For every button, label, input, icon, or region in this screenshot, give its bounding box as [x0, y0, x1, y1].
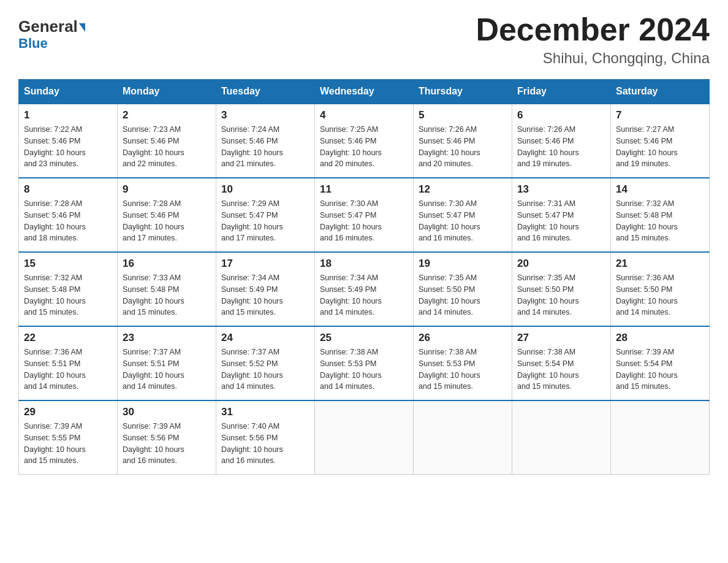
day-number: 3 — [221, 109, 309, 121]
calendar-cell: 14Sunrise: 7:32 AMSunset: 5:48 PMDayligh… — [611, 178, 710, 252]
day-number: 20 — [517, 258, 605, 270]
header-day-thursday: Thursday — [414, 80, 512, 104]
week-row-5: 29Sunrise: 7:39 AMSunset: 5:55 PMDayligh… — [19, 400, 710, 475]
day-number: 5 — [419, 109, 507, 121]
day-info: Sunrise: 7:30 AMSunset: 5:47 PMDaylight:… — [320, 198, 408, 244]
day-info: Sunrise: 7:36 AMSunset: 5:51 PMDaylight:… — [24, 347, 112, 393]
day-info: Sunrise: 7:34 AMSunset: 5:49 PMDaylight:… — [320, 272, 408, 318]
title-area: December 2024 Shihui, Chongqing, China — [476, 12, 710, 67]
logo: General Blue — [18, 18, 85, 52]
day-number: 2 — [123, 109, 211, 121]
calendar-cell: 3Sunrise: 7:24 AMSunset: 5:46 PMDaylight… — [216, 104, 315, 178]
calendar-cell: 10Sunrise: 7:29 AMSunset: 5:47 PMDayligh… — [216, 178, 315, 252]
calendar-cell: 27Sunrise: 7:38 AMSunset: 5:54 PMDayligh… — [512, 326, 611, 400]
day-number: 26 — [419, 332, 507, 344]
day-number: 9 — [123, 183, 211, 196]
calendar-cell: 19Sunrise: 7:35 AMSunset: 5:50 PMDayligh… — [414, 252, 512, 326]
day-number: 25 — [320, 332, 408, 344]
calendar-cell — [611, 400, 710, 475]
day-number: 6 — [517, 109, 605, 121]
calendar-cell: 1Sunrise: 7:22 AMSunset: 5:46 PMDaylight… — [19, 104, 118, 178]
calendar-cell: 31Sunrise: 7:40 AMSunset: 5:56 PMDayligh… — [216, 400, 315, 475]
day-number: 18 — [320, 258, 408, 270]
calendar-cell: 13Sunrise: 7:31 AMSunset: 5:47 PMDayligh… — [512, 178, 611, 252]
day-number: 30 — [123, 406, 211, 418]
week-row-3: 15Sunrise: 7:32 AMSunset: 5:48 PMDayligh… — [19, 252, 710, 326]
header-day-monday: Monday — [118, 80, 216, 104]
day-number: 31 — [221, 406, 309, 418]
calendar-cell: 28Sunrise: 7:39 AMSunset: 5:54 PMDayligh… — [611, 326, 710, 400]
day-number: 24 — [221, 332, 309, 344]
day-number: 28 — [616, 332, 704, 344]
calendar-table: SundayMondayTuesdayWednesdayThursdayFrid… — [18, 79, 710, 475]
day-number: 21 — [616, 258, 704, 270]
day-info: Sunrise: 7:37 AMSunset: 5:52 PMDaylight:… — [221, 347, 309, 393]
day-number: 1 — [24, 109, 112, 121]
calendar-subtitle: Shihui, Chongqing, China — [476, 50, 710, 67]
day-info: Sunrise: 7:23 AMSunset: 5:46 PMDaylight:… — [123, 124, 211, 170]
day-info: Sunrise: 7:27 AMSunset: 5:46 PMDaylight:… — [616, 124, 704, 170]
day-number: 11 — [320, 183, 408, 196]
day-number: 10 — [221, 183, 309, 196]
day-info: Sunrise: 7:26 AMSunset: 5:46 PMDaylight:… — [517, 124, 605, 170]
week-row-2: 8Sunrise: 7:28 AMSunset: 5:46 PMDaylight… — [19, 178, 710, 252]
day-number: 12 — [419, 183, 507, 196]
day-number: 13 — [517, 183, 605, 196]
calendar-cell: 11Sunrise: 7:30 AMSunset: 5:47 PMDayligh… — [315, 178, 414, 252]
week-row-4: 22Sunrise: 7:36 AMSunset: 5:51 PMDayligh… — [19, 326, 710, 400]
calendar-header: SundayMondayTuesdayWednesdayThursdayFrid… — [19, 80, 710, 104]
day-info: Sunrise: 7:36 AMSunset: 5:50 PMDaylight:… — [616, 272, 704, 318]
day-number: 17 — [221, 258, 309, 270]
calendar-cell — [315, 400, 414, 475]
calendar-cell: 30Sunrise: 7:39 AMSunset: 5:56 PMDayligh… — [118, 400, 216, 475]
week-row-1: 1Sunrise: 7:22 AMSunset: 5:46 PMDaylight… — [19, 104, 710, 178]
day-info: Sunrise: 7:35 AMSunset: 5:50 PMDaylight:… — [419, 272, 507, 318]
logo-triangle-icon — [79, 23, 85, 32]
day-info: Sunrise: 7:31 AMSunset: 5:47 PMDaylight:… — [517, 198, 605, 244]
header: General Blue December 2024 Shihui, Chong… — [18, 12, 710, 67]
calendar-cell — [512, 400, 611, 475]
day-number: 15 — [24, 258, 112, 270]
day-info: Sunrise: 7:24 AMSunset: 5:46 PMDaylight:… — [221, 124, 309, 170]
day-info: Sunrise: 7:30 AMSunset: 5:47 PMDaylight:… — [419, 198, 507, 244]
day-info: Sunrise: 7:28 AMSunset: 5:46 PMDaylight:… — [123, 198, 211, 244]
day-info: Sunrise: 7:35 AMSunset: 5:50 PMDaylight:… — [517, 272, 605, 318]
calendar-cell: 20Sunrise: 7:35 AMSunset: 5:50 PMDayligh… — [512, 252, 611, 326]
calendar-cell: 21Sunrise: 7:36 AMSunset: 5:50 PMDayligh… — [611, 252, 710, 326]
header-day-wednesday: Wednesday — [315, 80, 414, 104]
calendar-cell: 5Sunrise: 7:26 AMSunset: 5:46 PMDaylight… — [414, 104, 512, 178]
calendar-cell: 4Sunrise: 7:25 AMSunset: 5:46 PMDaylight… — [315, 104, 414, 178]
day-info: Sunrise: 7:34 AMSunset: 5:49 PMDaylight:… — [221, 272, 309, 318]
calendar-cell: 15Sunrise: 7:32 AMSunset: 5:48 PMDayligh… — [19, 252, 118, 326]
header-row: SundayMondayTuesdayWednesdayThursdayFrid… — [19, 80, 710, 104]
header-day-tuesday: Tuesday — [216, 80, 315, 104]
day-info: Sunrise: 7:22 AMSunset: 5:46 PMDaylight:… — [24, 124, 112, 170]
header-day-saturday: Saturday — [611, 80, 710, 104]
calendar-cell: 29Sunrise: 7:39 AMSunset: 5:55 PMDayligh… — [19, 400, 118, 475]
day-info: Sunrise: 7:33 AMSunset: 5:48 PMDaylight:… — [123, 272, 211, 318]
day-info: Sunrise: 7:32 AMSunset: 5:48 PMDaylight:… — [616, 198, 704, 244]
calendar-cell: 22Sunrise: 7:36 AMSunset: 5:51 PMDayligh… — [19, 326, 118, 400]
calendar-cell: 25Sunrise: 7:38 AMSunset: 5:53 PMDayligh… — [315, 326, 414, 400]
calendar-cell: 8Sunrise: 7:28 AMSunset: 5:46 PMDaylight… — [19, 178, 118, 252]
calendar-cell: 26Sunrise: 7:38 AMSunset: 5:53 PMDayligh… — [414, 326, 512, 400]
day-info: Sunrise: 7:39 AMSunset: 5:56 PMDaylight:… — [123, 421, 211, 467]
calendar-cell: 6Sunrise: 7:26 AMSunset: 5:46 PMDaylight… — [512, 104, 611, 178]
day-info: Sunrise: 7:38 AMSunset: 5:53 PMDaylight:… — [419, 347, 507, 393]
calendar-cell: 24Sunrise: 7:37 AMSunset: 5:52 PMDayligh… — [216, 326, 315, 400]
day-number: 4 — [320, 109, 408, 121]
day-info: Sunrise: 7:40 AMSunset: 5:56 PMDaylight:… — [221, 421, 309, 467]
day-number: 22 — [24, 332, 112, 344]
day-number: 23 — [123, 332, 211, 344]
day-info: Sunrise: 7:29 AMSunset: 5:47 PMDaylight:… — [221, 198, 309, 244]
day-info: Sunrise: 7:39 AMSunset: 5:54 PMDaylight:… — [616, 347, 704, 393]
day-number: 27 — [517, 332, 605, 344]
calendar-cell: 23Sunrise: 7:37 AMSunset: 5:51 PMDayligh… — [118, 326, 216, 400]
day-number: 29 — [24, 406, 112, 418]
calendar-body: 1Sunrise: 7:22 AMSunset: 5:46 PMDaylight… — [19, 104, 710, 475]
day-info: Sunrise: 7:28 AMSunset: 5:46 PMDaylight:… — [24, 198, 112, 244]
calendar-cell: 18Sunrise: 7:34 AMSunset: 5:49 PMDayligh… — [315, 252, 414, 326]
header-day-friday: Friday — [512, 80, 611, 104]
day-number: 16 — [123, 258, 211, 270]
calendar-cell: 7Sunrise: 7:27 AMSunset: 5:46 PMDaylight… — [611, 104, 710, 178]
